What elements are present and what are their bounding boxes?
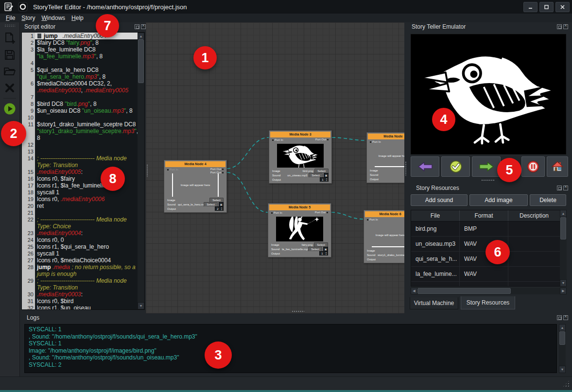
node-title[interactable]: Media Node 6 xyxy=(365,211,404,217)
port-in[interactable]: Port In xyxy=(166,168,178,171)
table-cell[interactable]: la_fee_lumine... xyxy=(411,267,460,281)
code-line[interactable]: 27lcons r0, $mediaChoice0004 xyxy=(22,257,138,264)
table-cell[interactable]: WAV xyxy=(460,267,508,281)
table-cell[interactable] xyxy=(508,222,560,236)
code-line[interactable]: 11$story1_drako_luminelle_sceptre DC8 xyxy=(22,121,138,128)
run-button[interactable] xyxy=(2,102,17,116)
code-line[interactable]: 21 xyxy=(22,209,138,216)
table-cell[interactable]: qui_sera_le_h... xyxy=(411,252,460,266)
close-panel-icon[interactable] xyxy=(563,186,568,190)
code-line[interactable]: Type: Transition xyxy=(22,162,138,169)
code-editor[interactable]: 1jump .mediaEntry00042$fairy DC8 "fairy.… xyxy=(21,32,145,310)
table-cell[interactable] xyxy=(508,252,560,266)
minimize-button[interactable] xyxy=(523,2,537,12)
code-line[interactable]: 12 xyxy=(22,141,138,148)
scroll-down-icon[interactable]: ▼ xyxy=(559,366,566,373)
table-hscrollbar[interactable]: ◀ ▶ xyxy=(411,288,567,294)
table-row[interactable]: fairy.pngBMP xyxy=(411,282,566,287)
delete-button[interactable]: Delete xyxy=(530,194,566,206)
select-sound-button[interactable]: Select xyxy=(204,202,218,206)
toolbar-drag-handle[interactable] xyxy=(4,24,15,27)
code-line[interactable]: "qui_sera_le_hero.mp3", 8 xyxy=(22,73,138,80)
media-node-5[interactable]: Media Node 5 Port In Port Out Imagefairy… xyxy=(268,203,331,257)
scroll-up-icon[interactable]: ▲ xyxy=(138,33,144,40)
code-line[interactable]: 26syscall 1 xyxy=(22,250,138,257)
output-spinner[interactable]: 1▲▼ xyxy=(320,177,329,182)
port-in[interactable]: Port In xyxy=(270,211,282,214)
log-output[interactable]: SYSCALL: 1, Sound: "/home/anthony/ostpro… xyxy=(24,324,557,373)
sound-preview-icon[interactable]: ▣ xyxy=(219,202,224,206)
port-out-1[interactable]: Port Out xyxy=(210,168,225,170)
column-header[interactable]: Description xyxy=(508,210,560,221)
media-node-3[interactable]: Media Node 3 Port In Port Out Imagebird.… xyxy=(269,130,332,184)
tab-story-resources[interactable]: Story Resources xyxy=(461,296,515,309)
scroll-up-icon[interactable]: ▲ xyxy=(560,210,567,217)
output-spinner[interactable]: 1▲▼ xyxy=(319,251,328,256)
open-button[interactable] xyxy=(2,64,17,79)
editor-scrollbar[interactable]: ▲ ▼ xyxy=(138,33,144,309)
table-vscrollbar[interactable]: ▲ ▼ xyxy=(560,210,567,287)
column-header[interactable]: Format xyxy=(460,210,508,221)
resize-grip[interactable] xyxy=(562,380,570,388)
code-line[interactable]: 3$la_fee_luminelle DC8 xyxy=(22,46,138,53)
select-sound-button[interactable]: Select xyxy=(309,173,323,177)
code-line[interactable]: 5$qui_sera_le_hero DC8 xyxy=(22,67,138,73)
scroll-up-icon[interactable]: ▲ xyxy=(559,324,566,331)
scroll-down-icon[interactable]: ▼ xyxy=(560,279,567,287)
code-line[interactable]: 7 xyxy=(22,94,138,101)
select-image-button[interactable]: Select xyxy=(209,198,224,202)
port-out[interactable]: Port Out xyxy=(315,138,329,141)
menu-story[interactable]: Story xyxy=(21,15,39,21)
add-image-button[interactable]: Add image xyxy=(469,194,528,206)
port-in[interactable]: Port In xyxy=(366,218,378,221)
code-line[interactable]: Type: Choice xyxy=(22,223,138,230)
sound-preview-icon[interactable]: ▣ xyxy=(324,173,329,177)
float-panel-icon[interactable] xyxy=(557,186,562,190)
table-cell[interactable] xyxy=(508,267,560,281)
code-line[interactable]: 22; ---------------------------- Media n… xyxy=(22,216,138,223)
code-line[interactable]: 25lcons r1, $qui_sera_le_hero xyxy=(22,243,138,250)
table-row[interactable]: bird.pngBMP xyxy=(411,222,566,237)
close-panel-icon[interactable] xyxy=(563,315,568,320)
port-out[interactable]: Port Out xyxy=(315,211,329,214)
float-panel-icon[interactable] xyxy=(557,24,562,29)
hscroll-thumb[interactable] xyxy=(417,288,511,294)
add-sound-button[interactable]: Add sound xyxy=(411,194,468,206)
code-line[interactable]: jump is enough xyxy=(22,271,138,277)
code-line[interactable]: 1jump .mediaEntry0004 xyxy=(22,33,138,39)
media-node-4[interactable]: Media Node 4 Port In Port Out Port Out I… xyxy=(164,160,227,213)
emulator-home-button[interactable] xyxy=(547,156,568,177)
float-panel-icon[interactable] xyxy=(135,24,139,29)
media-node-clipped-top[interactable]: Media Node Port In Image will appear her… xyxy=(366,132,404,183)
scroll-left-icon[interactable]: ◀ xyxy=(411,288,417,294)
emulator-forward-button[interactable] xyxy=(472,156,501,177)
code-line[interactable]: 30.mediaEntry0003: xyxy=(22,291,138,298)
table-cell[interactable] xyxy=(508,282,560,287)
float-panel-icon[interactable] xyxy=(557,315,562,320)
select-image-button[interactable]: Select xyxy=(314,242,328,247)
scroll-down-icon[interactable]: ▼ xyxy=(138,302,144,309)
code-line[interactable]: 23.mediaEntry0004: xyxy=(22,230,138,237)
code-line[interactable]: 10 xyxy=(22,114,138,121)
code-line[interactable]: "story1_drako_luminelle_sceptre.mp3", xyxy=(22,128,138,135)
sound-preview-icon[interactable]: ▣ xyxy=(323,247,328,251)
emulator-pause-button[interactable] xyxy=(521,156,545,177)
column-header[interactable]: File xyxy=(411,210,460,221)
maximize-button[interactable] xyxy=(539,2,554,12)
code-line[interactable]: 32lcons r1, $un_oiseau xyxy=(22,305,138,309)
close-panel-icon[interactable] xyxy=(141,24,146,29)
node-graph-canvas[interactable]: Media Node 4 Port In Port Out Port Out I… xyxy=(146,22,404,313)
select-sound-button[interactable]: Select xyxy=(308,247,322,251)
code-line[interactable]: 6$mediaChoice0004 DC32, 2, xyxy=(22,80,138,87)
code-line[interactable]: 8$bird DC8 "bird.png", 8 xyxy=(22,101,138,107)
emulator-splitter-handle[interactable] xyxy=(481,179,495,182)
code-line[interactable]: 31lcons r0, $bird xyxy=(22,298,138,305)
new-file-button[interactable] xyxy=(2,31,17,46)
splitter-left[interactable] xyxy=(146,164,149,177)
code-line[interactable]: Type: Transition xyxy=(22,284,138,291)
port-in[interactable]: Port In xyxy=(271,138,283,141)
code-line[interactable]: 13 xyxy=(22,148,138,155)
node-title[interactable]: Media Node 5 xyxy=(269,205,330,210)
table-cell[interactable]: bird.png xyxy=(411,222,460,236)
menu-windows[interactable]: Windows xyxy=(41,15,69,21)
